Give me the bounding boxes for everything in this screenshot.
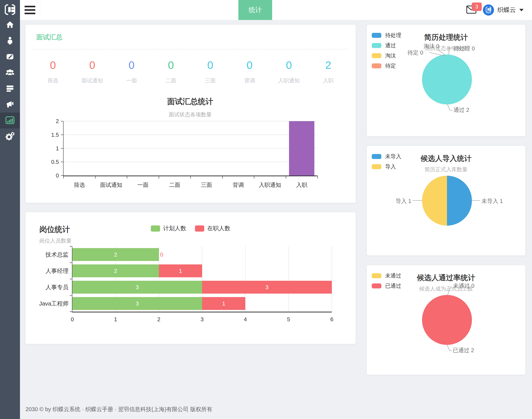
stat-item: 0三面 [190,55,230,88]
interview-summary-card: 面试汇总 0筛选0面试通知0一面0二面0三面0背调0入职通知2入职 面试汇总统计… [25,25,356,203]
legend-label: 待定 [385,62,396,69]
sidebar-item-team[interactable] [0,65,20,81]
legend-label: 计划人数 [163,224,186,232]
user-menu[interactable]: 织蝶云 织蝶云 [483,4,524,15]
legend-label: 在职人数 [207,224,230,232]
legend-item[interactable]: 淘汰 [372,52,401,59]
category-label: 人事经理 [46,267,68,275]
sidebar-nav [0,17,20,144]
y-axis-tick [61,148,63,149]
home-icon [6,20,14,30]
gridline [63,121,318,121]
y-axis-tick [61,135,63,135]
stat-item: 0面试通知 [73,55,112,88]
y-axis-tick [61,121,63,121]
legend-label: 未导入 [385,153,401,160]
category-label: Java工程师 [39,300,68,307]
tab-statistics[interactable]: 统计 [238,0,272,20]
y-axis-label: 2 [56,118,59,124]
bar[interactable] [289,121,314,175]
list-icon [6,84,14,93]
legend-item[interactable]: 待处理 [372,32,401,39]
legend-item[interactable]: 在职人数 [195,224,230,232]
stat-label: 三面 [190,77,230,84]
y-axis-label: 0 [56,172,59,179]
legend-swatch [372,53,381,58]
bar-segment[interactable]: 3 [202,281,332,294]
pie-label: 通过 2 [454,106,469,114]
category-label: 人事专员 [46,283,68,291]
x-axis-label: 背调 [233,181,244,189]
x-axis-tick [127,176,127,179]
legend-label: 已通过 [385,282,401,289]
x-axis-label: 入职通知 [259,181,281,189]
menu-toggle-button[interactable] [20,0,40,20]
x-axis-tick [95,176,96,179]
x-axis-label: 2 [157,316,160,323]
mail-icon [466,11,476,14]
interview-summary-title: 面试汇总 [36,33,62,42]
x-axis-label: 1 [114,316,117,323]
bar-segment[interactable]: 1 [159,264,202,277]
sidebar-item-edit[interactable] [0,49,20,65]
position-chart-subtitle: 岗位人员数量 [39,237,72,244]
legend-swatch [372,154,381,159]
gear-icon [5,131,14,142]
username: 织蝶云 [497,6,516,14]
import-pie-chart [422,176,472,226]
legend-item[interactable]: 导入 [372,163,401,170]
stat-value: 0 [73,60,112,70]
y-axis-tick [70,279,72,279]
stat-item: 0一面 [112,55,151,88]
bar-chart-icon [5,116,14,125]
y-axis-label: 1.5 [51,131,59,138]
stat-item: 0二面 [151,55,190,88]
legend-item[interactable]: 计划人数 [151,224,186,232]
sidebar-item-home[interactable] [0,17,20,33]
legend-item[interactable]: 待定 [372,62,401,69]
stat-value: 0 [190,60,230,70]
bar-segment[interactable]: 3 [72,281,202,294]
legend-item[interactable]: 未通过 [372,272,401,279]
bar-segment[interactable]: 2 [72,248,159,261]
stat-value: 0 [112,60,151,70]
x-axis-tick [63,176,64,179]
gridline [332,246,332,312]
stat-label: 一面 [112,77,151,84]
legend-item[interactable]: 已通过 [372,282,401,289]
bar-segment[interactable]: 3 [72,297,202,310]
legend-swatch [372,273,381,278]
user-icon [6,36,14,46]
stat-value: 2 [309,60,348,70]
zero-value-label: 0 [160,251,163,258]
pie-label: 导入 1 [395,197,411,205]
app-root: 统计 3 [0,0,532,419]
notifications-button[interactable]: 3 [466,6,476,14]
sidebar-item-megaphone[interactable] [0,97,20,113]
top-header: 统计 3 [20,0,532,20]
legend-label: 待处理 [385,32,401,39]
stat-item: 2入职 [309,55,348,88]
stat-value: 0 [151,60,190,70]
leader-line [447,345,452,351]
x-axis-tick [222,176,223,179]
position-stats-card: 岗位统计 岗位人员数量 计划人数在职人数 0123456技术总监20人事经理21… [25,212,356,344]
y-axis-tick [70,262,72,263]
pass-pie-chart [422,295,472,345]
y-axis-tick [61,175,63,176]
sidebar-item-settings[interactable] [0,129,20,144]
x-axis-tick [254,176,254,179]
y-axis-tick [70,246,72,247]
sidebar-item-user[interactable] [0,33,20,49]
stat-label: 筛选 [33,77,73,84]
bar-segment[interactable]: 1 [202,297,245,310]
legend-item[interactable]: 未导入 [372,153,401,160]
sidebar-item-statistics[interactable] [0,113,20,129]
megaphone-icon [6,100,14,109]
stat-item: 0入职通知 [269,55,309,88]
sidebar-item-list[interactable] [0,81,20,97]
brand-logo-icon [4,4,15,16]
legend-item[interactable]: 通过 [372,42,401,49]
bar-segment[interactable]: 2 [72,264,159,277]
x-axis-label: 5 [287,316,290,323]
